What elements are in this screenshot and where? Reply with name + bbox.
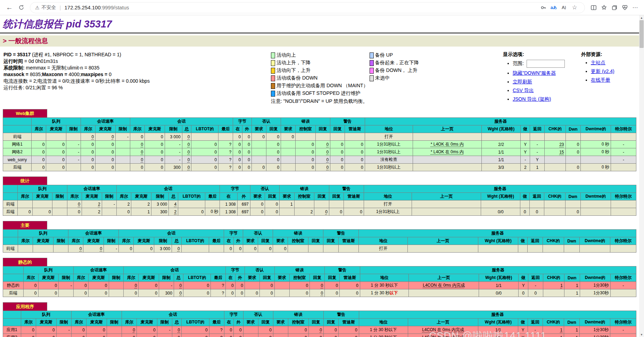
cell-应用1-22[interactable]: L4CON 在 0ms 内完成 bbox=[408, 326, 478, 334]
cell-后端-18[interactable]: 0 bbox=[314, 208, 329, 216]
column-header-要求: 要求 bbox=[281, 125, 296, 133]
table-title-统计[interactable]: 统计 bbox=[3, 176, 47, 185]
cell-前端-9[interactable]: 4 bbox=[169, 200, 178, 208]
external-resource-link[interactable]: 在线手册 bbox=[591, 77, 610, 83]
cell-网络2-6[interactable]: 0 bbox=[130, 148, 145, 156]
scroll-down-icon[interactable]: ▼ bbox=[639, 332, 644, 337]
favorite-star-icon[interactable]: ☆ bbox=[569, 2, 580, 13]
cell-应用2-6[interactable]: 0 bbox=[122, 334, 137, 337]
cell-前端-18 bbox=[308, 245, 323, 253]
cell-前端-3[interactable]: 0 bbox=[68, 245, 83, 253]
column-header-限制: 限制 bbox=[109, 274, 124, 282]
cell-应用1-26[interactable]: 1 bbox=[543, 326, 564, 334]
scroll-up-icon[interactable]: ▲ bbox=[639, 15, 644, 20]
cell-web_sorry-18[interactable]: 0 bbox=[315, 156, 330, 164]
split-screen-icon[interactable] bbox=[588, 2, 599, 13]
cell-后端-7: 0 bbox=[145, 164, 165, 171]
cell-网络2-9[interactable]: 0 bbox=[182, 148, 191, 156]
scrollbar-thumb[interactable] bbox=[639, 20, 644, 48]
column-header-Wght (瓦格特): Wght (瓦格特) bbox=[478, 319, 518, 326]
cell-web_sorry-9[interactable]: 0 bbox=[182, 156, 191, 164]
cell-网络1-18[interactable]: 0 bbox=[315, 141, 330, 148]
column-group-会话: 会话 bbox=[124, 266, 226, 274]
cell-网络1-10: 0 bbox=[191, 141, 218, 148]
external-resource-link[interactable]: 更新 (v2.4) bbox=[591, 68, 614, 74]
cell-前端-9[interactable]: 0 bbox=[182, 133, 191, 141]
cell-网络1-9[interactable]: 0 bbox=[182, 141, 191, 148]
favorites-bar-icon[interactable] bbox=[599, 2, 609, 13]
cell-前端-18 bbox=[314, 200, 329, 208]
table-title-Web集群[interactable]: Web集群 bbox=[3, 109, 47, 117]
refresh-icon[interactable] bbox=[15, 2, 27, 14]
display-option-link[interactable]: 立即刷新 bbox=[513, 79, 532, 84]
cell-后端-9[interactable]: 2 bbox=[169, 208, 178, 216]
cell-静态的-22[interactable]: L4CON 在 0ms 内完成 bbox=[409, 282, 479, 289]
browser-essentials-icon[interactable] bbox=[620, 2, 630, 13]
column-header-要求: 要求 bbox=[251, 125, 266, 133]
column-group-empty bbox=[3, 118, 32, 125]
address-bar[interactable]: ⚠ 不安全 | 172.25.254.100 :9999/status aあ A… bbox=[30, 2, 585, 13]
cell-前端-4[interactable]: 0 bbox=[96, 133, 116, 141]
column-group-警告: 警告 bbox=[323, 230, 359, 237]
cell-静态的-6[interactable]: 0 bbox=[124, 282, 139, 289]
cell-后端-3: 0 bbox=[67, 208, 82, 216]
scope-input[interactable] bbox=[527, 60, 565, 68]
cell-静态的-9[interactable]: 0 bbox=[174, 282, 183, 289]
cell-网络1-6[interactable]: 0 bbox=[130, 141, 145, 148]
column-header-限制: 限制 bbox=[157, 319, 172, 326]
cell-应用2-26[interactable]: 1 bbox=[543, 334, 564, 337]
cell-web_sorry-6[interactable]: 0 bbox=[130, 156, 145, 164]
settings-ellipsis-icon[interactable]: ⋯ bbox=[630, 2, 641, 13]
table-title-应用程序[interactable]: 应用程序 bbox=[3, 302, 47, 311]
cell-前端-3[interactable]: 0 bbox=[67, 200, 82, 208]
security-indicator[interactable]: ⚠ 不安全 bbox=[35, 5, 56, 11]
cell-静态的-26[interactable]: 1 bbox=[543, 282, 564, 289]
cell-应用1-6[interactable]: 0 bbox=[122, 326, 137, 334]
external-resource-item: 主站点 bbox=[591, 60, 639, 66]
cell-网络2-18[interactable]: 0 bbox=[315, 148, 330, 156]
cell-前端-9[interactable]: 0 bbox=[172, 245, 181, 253]
cell-应用1-11: ? bbox=[209, 326, 224, 334]
process-info-line: 系统限制: memmax = 无限制;ulimit-n = 8035 bbox=[3, 65, 271, 71]
column-header-Dwntme的: Dwntme的 bbox=[579, 237, 610, 245]
cell-应用1-18[interactable]: 0 bbox=[308, 326, 323, 334]
cell-静态的-3: 0 bbox=[74, 282, 89, 289]
cell-应用2-9[interactable]: 0 bbox=[172, 334, 181, 337]
cell-后端-9[interactable]: 0 bbox=[174, 289, 183, 297]
column-header-回复: 回复 bbox=[308, 237, 323, 245]
collections-icon[interactable] bbox=[609, 2, 620, 13]
cell-后端-18[interactable]: 0 bbox=[310, 289, 325, 297]
external-resource-link[interactable]: 主站点 bbox=[591, 60, 605, 65]
cell-静态的-2: - bbox=[59, 282, 74, 289]
cell-前端-4[interactable]: 0 bbox=[83, 245, 104, 253]
translate-icon[interactable]: aあ bbox=[548, 2, 559, 13]
cell-网络1-26[interactable]: 23 bbox=[545, 141, 565, 148]
cell-应用2-22[interactable]: L4CON 在 0ms 内完成 bbox=[408, 334, 478, 337]
vertical-scrollbar[interactable]: ▲ ▼ bbox=[639, 15, 644, 337]
status-legend: 活动向上活动上升，下降活动向下，上升活动或备份 DOWN用于维护的主动或备用 D… bbox=[271, 51, 503, 105]
cell-前端-5: - bbox=[104, 245, 119, 253]
display-option-link[interactable]: 隐藏"DOWN"服务器 bbox=[513, 70, 556, 76]
cell-静态的-18[interactable]: 0 bbox=[310, 282, 325, 289]
cell-前端-3[interactable]: 0 bbox=[81, 133, 96, 141]
cell-网络2-26[interactable]: 15 bbox=[545, 148, 565, 156]
cell-应用2-18[interactable]: 0 bbox=[308, 334, 323, 337]
cell-后端-9[interactable]: 0 bbox=[182, 164, 191, 171]
table-title-静态的[interactable]: 静态的 bbox=[3, 258, 47, 266]
read-aloud-icon[interactable]: A) bbox=[559, 2, 569, 13]
cell-静态的-28: 1分30秒 bbox=[580, 282, 610, 289]
cell-后端-15: 0 bbox=[266, 164, 281, 171]
cell-应用2-2: - bbox=[56, 334, 71, 337]
back-icon[interactable]: ← bbox=[3, 2, 15, 14]
key-icon[interactable] bbox=[538, 2, 548, 13]
cell-应用1-1: 0 bbox=[36, 326, 56, 334]
table-title-主要[interactable]: 主要 bbox=[3, 221, 47, 229]
cell-网络1-22[interactable]: * L4OK 在 0ms 内 bbox=[413, 141, 481, 148]
display-option-link[interactable]: JSON 导出 (架构) bbox=[513, 96, 551, 102]
cell-后端-18[interactable]: 0 bbox=[315, 164, 330, 171]
cell-前端-4[interactable]: 2 bbox=[82, 200, 102, 208]
cell-应用1-9[interactable]: 0 bbox=[172, 326, 181, 334]
cell-网络2-22[interactable]: * L4OK 在 0ms 内 bbox=[413, 148, 481, 156]
cell-应用1-17: 0 bbox=[288, 326, 308, 334]
display-option-link[interactable]: CSV 导出 bbox=[513, 88, 534, 93]
